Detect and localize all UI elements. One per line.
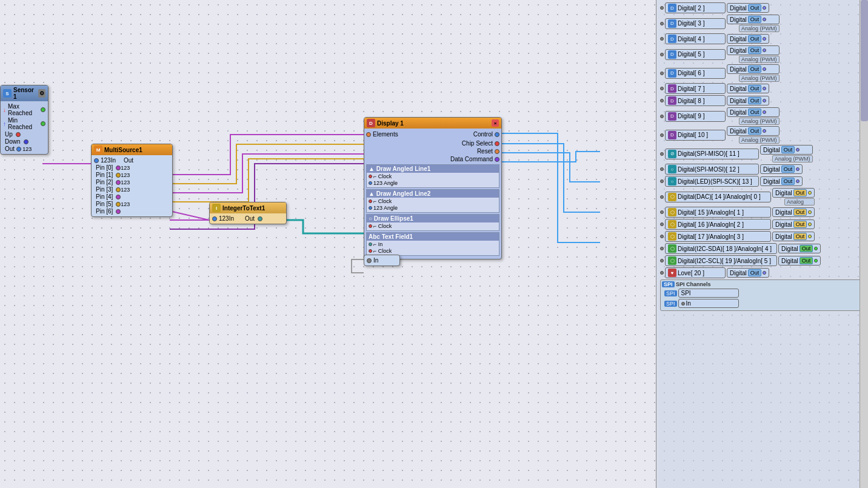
spi-in-port[interactable]: [681, 302, 685, 306]
rp-d8-out-port[interactable]: [763, 99, 766, 102]
rp-d11-out-port[interactable]: [796, 148, 800, 152]
rp-d6-port[interactable]: [660, 72, 664, 75]
rp-d4-node[interactable]: Digital Out: [727, 34, 769, 44]
rp-d3-chipnode[interactable]: D Digital[ 3 ]: [665, 18, 726, 29]
rp-d6-node[interactable]: Digital Out: [727, 64, 780, 74]
rp-d6-chipnode[interactable]: D Digital[ 6 ]: [665, 68, 726, 79]
rp-d20-node[interactable]: Digital Out: [727, 268, 769, 278]
display-node[interactable]: D Display 1 × Elements Control Chip Sele…: [364, 117, 502, 259]
down-port[interactable]: [24, 139, 28, 144]
standalone-in-node[interactable]: In: [364, 255, 400, 266]
tf1-clock-port[interactable]: [369, 249, 372, 253]
rp-d8-port[interactable]: [660, 99, 664, 102]
dal2-angle-port[interactable]: [369, 206, 372, 210]
rp-d9-out-port[interactable]: [763, 110, 766, 114]
chip-select-port[interactable]: [495, 141, 499, 146]
rp-d17-node[interactable]: Digital Out: [772, 232, 815, 241]
max-port[interactable]: [41, 107, 45, 112]
rp-d16-out-port[interactable]: [808, 222, 812, 226]
rp-d3-node[interactable]: Digital Out: [727, 15, 780, 24]
rp-d14-port[interactable]: [660, 195, 664, 199]
rp-d12-port[interactable]: [660, 167, 664, 171]
rp-d20-port[interactable]: [660, 271, 664, 275]
pin6-port[interactable]: [116, 209, 121, 214]
rp-d2-port[interactable]: [660, 6, 664, 10]
dal2-clock-port[interactable]: [369, 199, 372, 203]
itt-out-port[interactable]: [258, 216, 262, 221]
rp-d9-node[interactable]: Digital Out: [727, 107, 780, 117]
multisource-node[interactable]: M MultiSource1 123In Out Pin [0] 123 Pin…: [91, 144, 173, 217]
sensor-settings-icon[interactable]: ⚙: [38, 89, 45, 98]
rp-d6-out-port[interactable]: [763, 67, 766, 71]
rp-d16-node[interactable]: Digital Out: [772, 219, 815, 229]
rp-d5-chipnode[interactable]: D Digital[ 5 ]: [665, 49, 726, 60]
sensor-out-port[interactable]: [16, 147, 21, 152]
rp-d18-node[interactable]: Digital Out: [778, 244, 821, 253]
rp-d2-node[interactable]: Digital Out: [727, 3, 769, 13]
pin5-port[interactable]: [116, 202, 121, 207]
right-scrollbar[interactable]: [860, 0, 868, 488]
control-port[interactable]: [495, 132, 499, 137]
pin1-port[interactable]: [116, 173, 121, 178]
rp-d7-out-port[interactable]: [763, 87, 766, 90]
spi-node[interactable]: SPI: [678, 289, 739, 298]
rp-d12-chipnode[interactable]: ○ Digital(SPI-MOSI)[ 12 ]: [665, 164, 759, 175]
rp-d5-node[interactable]: Digital Out: [727, 45, 780, 55]
sensor-node[interactable]: S Sensor 1 ⚙ ↓ Max Reached ↑ Min Reached…: [0, 85, 48, 155]
rp-d15-node[interactable]: Digital Out: [772, 207, 815, 217]
rp-d18-out-port[interactable]: [814, 247, 818, 250]
rp-d15-port[interactable]: [660, 210, 664, 214]
rp-d20-out-port[interactable]: [763, 271, 766, 275]
integertotext-node[interactable]: I IntegerToText1 123In Out: [209, 202, 287, 224]
rp-d9-chipnode[interactable]: D Digital[ 9 ]: [665, 111, 726, 122]
scrollbar-thumb[interactable]: [861, 0, 868, 121]
rp-d19-port[interactable]: [660, 259, 664, 262]
rp-d17-out-port[interactable]: [808, 235, 812, 238]
rp-d20-chipnode[interactable]: ♥ Love[ 20 ]: [665, 267, 726, 278]
de1-clock-port[interactable]: [369, 224, 372, 228]
rp-d19-out-port[interactable]: [814, 259, 818, 262]
rp-d5-port[interactable]: [660, 53, 664, 56]
dal1-clock-port[interactable]: [369, 175, 372, 178]
dal1-angle-port[interactable]: [369, 181, 372, 185]
rp-d10-out-port[interactable]: [763, 129, 766, 133]
tf1-in-port[interactable]: [369, 242, 372, 246]
elements-port[interactable]: [366, 132, 371, 137]
rp-d13-out-port[interactable]: [796, 179, 800, 183]
rp-d5-out-port[interactable]: [763, 48, 766, 52]
rp-d8-node[interactable]: Digital Out: [727, 96, 769, 105]
rp-d2-chipnode[interactable]: D Digital[ 2 ]: [665, 2, 726, 13]
rp-d12-out-port[interactable]: [796, 167, 800, 171]
rp-d17-chipnode[interactable]: ⬡ Digital[ 17 ]/AnalogIn[ 3 ]: [665, 231, 771, 242]
rp-d9-port[interactable]: [660, 115, 664, 118]
rp-d12-node[interactable]: Digital Out: [760, 164, 803, 174]
multisource-in-port[interactable]: [94, 158, 99, 163]
rp-d11-chipnode[interactable]: ⊘ Digital(SPI-MISO)[ 11 ]: [665, 149, 759, 159]
rp-d13-port[interactable]: [660, 179, 664, 183]
rp-d15-chipnode[interactable]: ⬡ Digital[ 15 ]/AnalogIn[ 1 ]: [665, 207, 771, 218]
spi-in-node[interactable]: In: [678, 299, 739, 308]
data-command-port[interactable]: [495, 157, 499, 162]
rp-d11-node[interactable]: Digital Out: [760, 145, 813, 155]
pin2-port[interactable]: [116, 180, 121, 185]
reset-port[interactable]: [495, 149, 499, 154]
rp-d4-port[interactable]: [660, 37, 664, 41]
rp-d3-port[interactable]: [660, 22, 664, 25]
rp-d14-chipnode[interactable]: ⬡ Digital(DAC)[ 14 ]/AnalogIn[ 0 ]: [665, 192, 771, 202]
rp-d16-chipnode[interactable]: ⬡ Digital[ 16 ]/AnalogIn[ 2 ]: [665, 219, 771, 230]
rp-d16-port[interactable]: [660, 222, 664, 226]
standalone-in-port[interactable]: [367, 258, 372, 263]
rp-d4-chipnode[interactable]: D Digital[ 4 ]: [665, 33, 726, 44]
rp-d19-chipnode[interactable]: ⬡ Digital(I2C-SCL)[ 19 ]/AnalogIn[ 5 ]: [665, 255, 777, 266]
up-port[interactable]: [16, 132, 21, 137]
rp-d8-chipnode[interactable]: D Digital[ 8 ]: [665, 95, 726, 106]
itt-in-port[interactable]: [212, 216, 217, 221]
rp-d14-node[interactable]: Digital Out: [772, 188, 815, 198]
pin3-port[interactable]: [116, 187, 121, 192]
rp-d18-port[interactable]: [660, 247, 664, 250]
rp-d19-node[interactable]: Digital Out: [778, 256, 821, 266]
rp-d17-port[interactable]: [660, 235, 664, 238]
rp-d15-out-port[interactable]: [808, 210, 812, 214]
rp-d3-out-port[interactable]: [763, 18, 766, 21]
rp-d18-chipnode[interactable]: ⬡ Digital(I2C-SDA)[ 18 ]/AnalogIn[ 4 ]: [665, 243, 777, 254]
